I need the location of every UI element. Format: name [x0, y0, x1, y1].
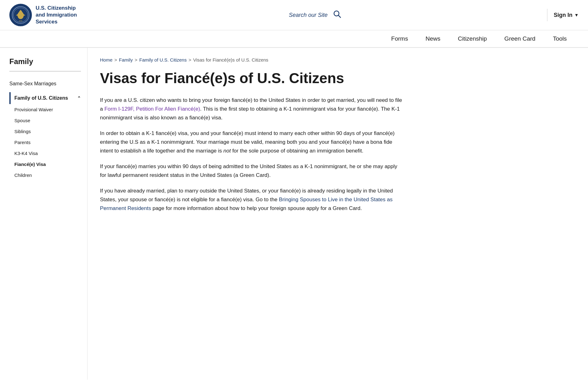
search-button[interactable]: [331, 8, 343, 22]
main-container: Family Same-Sex Marriages Family of U.S.…: [0, 48, 588, 380]
svg-point-7: [20, 10, 22, 12]
agency-name: U.S. Citizenship and Immigration Service…: [36, 5, 77, 25]
search-placeholder[interactable]: Search our Site: [289, 12, 328, 18]
sidebar-item-parents[interactable]: Parents: [14, 137, 81, 148]
svg-point-9: [334, 11, 339, 16]
nav-item-news[interactable]: News: [417, 30, 449, 47]
paragraph-4: If you have already married, plan to mar…: [100, 187, 403, 213]
logo-area: DHS U.S. Citizenship and Immigration Ser…: [9, 4, 91, 26]
sidebar-item-fiance-visa[interactable]: Fiancé(e) Visa: [14, 159, 81, 170]
paragraph-1: If you are a U.S. citizen who wants to b…: [100, 96, 403, 122]
sidebar: Family Same-Sex Marriages Family of U.S.…: [0, 48, 87, 380]
main-nav: Forms News Citizenship Green Card Tools: [0, 30, 588, 48]
main-content: Home > Family > Family of U.S. Citizens …: [87, 48, 419, 380]
sidebar-sub-items: Provisional Waiver Spouse Siblings Paren…: [9, 104, 81, 181]
breadcrumb-family-citizens[interactable]: Family of U.S. Citizens: [139, 57, 187, 62]
nav-item-citizenship[interactable]: Citizenship: [449, 30, 496, 47]
breadcrumb-current: Visas for Fiancé(e)s of U.S. Citizens: [193, 57, 268, 62]
breadcrumb-sep-2: >: [135, 57, 137, 62]
p2-text-2: for the sole purpose of obtaining an imm…: [231, 148, 363, 154]
paragraph-2: In order to obtain a K-1 fiancé(e) visa,…: [100, 129, 403, 155]
breadcrumb: Home > Family > Family of U.S. Citizens …: [100, 57, 403, 62]
search-area: Search our Site: [91, 8, 541, 22]
p3-text: If your fiancé(e) marries you within 90 …: [100, 163, 397, 178]
breadcrumb-family[interactable]: Family: [119, 57, 133, 62]
chevron-up-icon: ⌃: [77, 96, 81, 101]
sidebar-section-label: Family of U.S. Citizens: [14, 95, 68, 101]
sidebar-item-spouse[interactable]: Spouse: [14, 115, 81, 126]
sidebar-title: Family: [9, 57, 81, 72]
sidebar-item-siblings[interactable]: Siblings: [14, 126, 81, 137]
header-divider: [547, 9, 547, 21]
sidebar-item-k3k4[interactable]: K3-K4 Visa: [14, 148, 81, 159]
breadcrumb-home[interactable]: Home: [100, 57, 112, 62]
sign-in-caret-icon: ▼: [574, 12, 579, 18]
sign-in-button[interactable]: Sign In ▼: [554, 12, 579, 18]
agency-seal: DHS: [9, 4, 32, 26]
sidebar-section-family-citizens: Family of U.S. Citizens ⌃ Provisional Wa…: [9, 92, 81, 181]
paragraph-3: If your fiancé(e) marries you within 90 …: [100, 162, 403, 180]
sidebar-item-children[interactable]: Children: [14, 170, 81, 181]
search-input-wrap[interactable]: Search our Site: [289, 8, 343, 22]
svg-text:DHS: DHS: [19, 20, 22, 22]
site-header: DHS U.S. Citizenship and Immigration Ser…: [0, 0, 588, 30]
sidebar-link-same-sex[interactable]: Same-Sex Marriages: [9, 78, 81, 90]
form-i129f-link[interactable]: Form I-129F, Petition For Alien Fiancé(e…: [104, 106, 200, 112]
p2-italic: not: [223, 148, 231, 154]
nav-item-green-card[interactable]: Green Card: [496, 30, 544, 47]
svg-line-10: [338, 16, 341, 18]
page-title: Visas for Fiancé(e)s of U.S. Citizens: [100, 70, 403, 87]
breadcrumb-sep-1: >: [114, 57, 117, 62]
breadcrumb-sep-3: >: [188, 57, 191, 62]
sidebar-item-provisional-waiver[interactable]: Provisional Waiver: [14, 104, 81, 115]
nav-item-tools[interactable]: Tools: [544, 30, 576, 47]
sign-in-label: Sign In: [554, 12, 572, 18]
p4-text-2: page for more information about how to h…: [151, 205, 362, 211]
nav-item-forms[interactable]: Forms: [382, 30, 417, 47]
sidebar-section-header[interactable]: Family of U.S. Citizens ⌃: [9, 92, 81, 104]
